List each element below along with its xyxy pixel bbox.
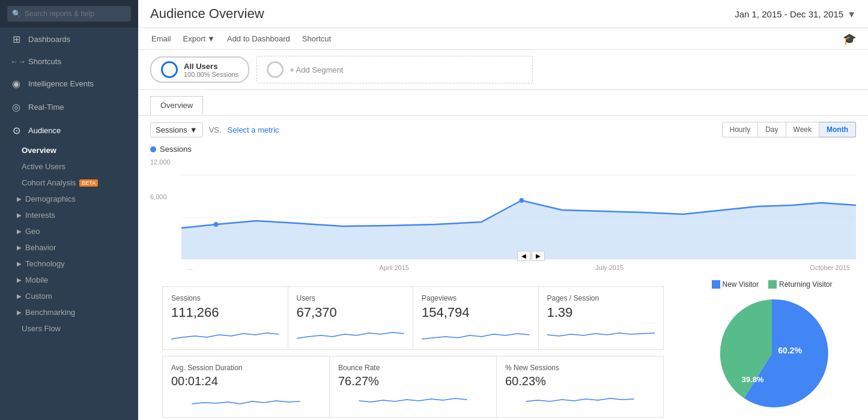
y-axis-labels: 12,000 6,000 [150,157,181,261]
stat-sessions-sparkline [171,324,279,342]
time-btn-day[interactable]: Day [758,122,786,137]
stat-sessions-label: Sessions [171,294,279,302]
segment-circle [161,61,178,78]
sidebar-sub-behavior[interactable]: ▶Behavior [0,239,138,256]
segment-name: All Users [184,62,238,71]
sidebar-sub-users-flow[interactable]: Users Flow [0,320,138,337]
sidebar-sub-demographics[interactable]: ▶Demographics [0,191,138,207]
stat-avg-duration-value: 00:01:24 [171,374,321,388]
sidebar-sub-mobile[interactable]: ▶Mobile [0,272,138,288]
sidebar-sub-cohort[interactable]: Cohort Analysis BETA [0,175,138,191]
intelligence-icon: ◉ [10,78,22,89]
new-visitor-color [712,280,720,289]
chart-scroll-left[interactable]: ◀ [517,251,530,261]
x-label-0: ... [187,264,193,271]
stat-new-sessions: % New Sessions 60.23% [496,356,664,418]
stat-sessions-value: 111,266 [171,305,279,320]
new-visitor-label: New Visitor [723,280,759,289]
stat-bounce-rate-value: 76.27% [338,374,488,388]
stat-pages-session-label: Pages / Session [547,294,655,302]
chart-section: Sessions ▼ VS. Select a metric Hourly Da… [138,115,868,280]
vs-label: VS. [209,125,222,134]
date-range[interactable]: Jan 1, 2015 - Dec 31, 2015 ▼ [735,9,856,19]
segment-bar: All Users 100.00% Sessions + Add Segment [138,50,868,90]
sidebar-sub-active-users[interactable]: Active Users [0,158,138,175]
sidebar-item-shortcuts[interactable]: ←→ Shortcuts [0,51,138,72]
y-label-top: 12,000 [150,158,181,166]
time-btn-week[interactable]: Week [786,122,819,137]
chevron-right-icon: ▶ [17,309,22,316]
sidebar-sub-interests[interactable]: ▶Interests [0,207,138,223]
date-dropdown-arrow: ▼ [847,9,856,19]
page-header: Audience Overview Jan 1, 2015 - Dec 31, … [138,0,868,28]
stats-left: Sessions 111,266 Users 67,370 [150,280,676,420]
chart-scroll-right[interactable]: ▶ [532,251,545,261]
date-range-text: Jan 1, 2015 - Dec 31, 2015 [735,9,843,19]
time-period-buttons: Hourly Day Week Month [722,122,856,137]
stat-avg-duration-sparkline [171,392,321,410]
y-label-mid: 6,000 [150,193,181,200]
chart-legend: Sessions [150,145,856,154]
sidebar-sub-technology[interactable]: ▶Technology [0,256,138,272]
time-btn-month[interactable]: Month [819,122,856,137]
line-chart-svg [181,157,856,261]
x-label-3: October 2015 [810,264,850,271]
export-button[interactable]: Export ▼ [182,32,216,46]
returning-visitor-label: Returning Visitor [779,280,833,289]
stats-row-1: Sessions 111,266 Users 67,370 [162,286,664,350]
all-users-segment[interactable]: All Users 100.00% Sessions [150,56,249,83]
add-segment-label: + Add Segment [290,65,343,74]
line-chart: 12,000 6,000 [150,157,856,274]
new-visitor-legend: New Visitor [712,280,759,289]
sidebar-sub-benchmarking[interactable]: ▶Benchmarking [0,304,138,320]
metric-dropdown-icon: ▼ [190,125,198,134]
toolbar: Email Export ▼ Add to Dashboard Shortcut… [138,28,868,50]
sidebar-item-dashboards[interactable]: ⊞ Dashboards [0,28,138,51]
returning-pct-label: 39.8% [742,375,764,384]
search-input[interactable] [7,6,131,22]
metric-dropdown[interactable]: Sessions ▼ [150,122,203,137]
dashboards-icon: ⊞ [10,34,22,45]
sidebar-sub-geo[interactable]: ▶Geo [0,223,138,239]
sidebar-sub-overview[interactable]: Overview [0,142,138,158]
sidebar: 🔍 ⊞ Dashboards ←→ Shortcuts ◉ Intelligen… [0,0,138,420]
chevron-right-icon: ▶ [17,293,22,299]
sessions-legend-label: Sessions [160,145,192,154]
pie-chart-section: New Visitor Returning Visitor [688,280,856,420]
sessions-legend-dot [150,146,156,152]
stat-pageviews-sparkline [422,324,530,342]
stat-new-sessions-label: % New Sessions [505,364,655,372]
returning-visitor-color [768,280,777,289]
select-metric-link[interactable]: Select a metric [228,125,279,134]
chevron-right-icon: ▶ [17,277,22,283]
stat-users-label: Users [297,294,405,302]
stat-new-sessions-value: 60.23% [505,374,655,388]
stat-pages-session-value: 1.39 [547,305,655,320]
stat-bounce-rate: Bounce Rate 76.27% [329,356,497,418]
content-area: Overview Sessions ▼ VS. Select a metric … [138,90,868,420]
svg-point-4 [519,198,524,203]
sidebar-item-audience[interactable]: ⊙ Audience [0,119,138,142]
email-button[interactable]: Email [150,32,172,46]
stat-avg-duration: Avg. Session Duration 00:01:24 [162,356,330,418]
x-label-2: July 2015 [595,264,624,271]
sidebar-sub-custom[interactable]: ▶Custom [0,288,138,304]
help-hat-icon[interactable]: 🎓 [843,32,856,46]
chart-controls: Sessions ▼ VS. Select a metric Hourly Da… [150,122,856,137]
sidebar-item-intelligence[interactable]: ◉ Intelligence Events [0,72,138,95]
stat-pageviews: Pageviews 154,794 [413,286,539,350]
add-to-dashboard-button[interactable]: Add to Dashboard [226,32,291,46]
time-btn-hourly[interactable]: Hourly [722,122,759,137]
add-segment-area[interactable]: + Add Segment [256,56,533,83]
overview-tab[interactable]: Overview [150,96,203,115]
stat-users: Users 67,370 [288,286,414,350]
segment-sub: 100.00% Sessions [184,71,238,78]
shortcut-button[interactable]: Shortcut [301,32,332,46]
chevron-right-icon: ▶ [17,196,22,202]
x-label-1: April 2015 [379,264,409,271]
sidebar-item-realtime[interactable]: ◎ Real-Time [0,95,138,119]
beta-badge: BETA [79,179,98,187]
stat-pages-session-sparkline [547,324,655,342]
stat-sessions: Sessions 111,266 [162,286,288,350]
lower-section: Sessions 111,266 Users 67,370 [150,280,856,420]
